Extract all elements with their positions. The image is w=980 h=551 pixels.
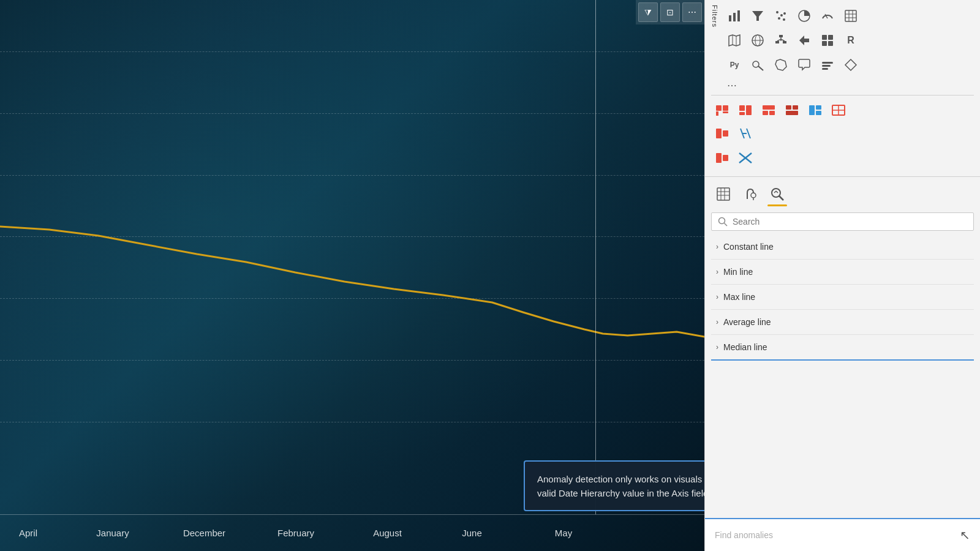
qa-icon[interactable] (793, 54, 815, 76)
tab-format[interactable] (738, 182, 763, 206)
search-box[interactable] (711, 212, 974, 231)
svg-rect-42 (723, 111, 728, 113)
colored-icon-10[interactable] (734, 147, 756, 169)
icon-row-1 (723, 5, 974, 27)
svg-rect-31 (822, 41, 827, 46)
map-icon[interactable] (723, 29, 745, 51)
smart-narrative-icon[interactable] (816, 54, 839, 76)
colored-icon-4[interactable] (781, 99, 803, 121)
colored-icon-5[interactable] (804, 99, 826, 121)
svg-rect-30 (828, 35, 833, 40)
focus-toolbar-btn[interactable]: ⊡ (660, 2, 680, 22)
filter-toolbar-btn[interactable]: ⧩ (638, 2, 658, 22)
diamond-icon[interactable] (840, 54, 862, 76)
svg-rect-47 (763, 111, 768, 115)
svg-rect-51 (786, 111, 798, 115)
search-input[interactable] (733, 217, 967, 227)
average-line-label: Average line (723, 317, 771, 327)
colored-icon-7[interactable] (711, 122, 733, 144)
chevron-constant-icon: › (716, 242, 718, 251)
colored-icon-3[interactable] (758, 99, 780, 121)
find-anomalies-button[interactable]: Find anomalies ↖ (705, 519, 980, 551)
search-icon (718, 217, 728, 227)
colored-icon-8[interactable] (734, 122, 756, 144)
chart-area: ⧩ ⊡ ⋯ April January December February Au… (0, 0, 704, 551)
colored-icons-grid (711, 98, 974, 146)
x-label-august: August (373, 528, 402, 538)
average-line-item[interactable]: › Average line (711, 310, 974, 335)
find-anomalies-label: Find anomalies (715, 530, 773, 540)
max-line-label: Max line (723, 292, 755, 302)
chart-grid (0, 0, 704, 514)
svg-rect-29 (822, 35, 827, 40)
svg-point-8 (783, 18, 785, 21)
svg-rect-52 (809, 105, 815, 115)
cursor-icon: ↖ (960, 528, 970, 542)
more-icons-indicator: ⋯ (723, 78, 974, 92)
hierarchy-icon[interactable] (770, 29, 792, 51)
chart-toolbar: ⧩ ⊡ ⋯ (636, 0, 704, 24)
tab-table[interactable] (711, 182, 736, 206)
svg-rect-64 (723, 155, 728, 161)
x-axis: April January December February August J… (0, 514, 704, 551)
median-line-item[interactable]: › Median line (711, 335, 974, 361)
globe-icon[interactable] (747, 29, 769, 51)
svg-line-77 (776, 191, 778, 193)
anomaly-tooltip: Anomaly detection only works on visuals … (524, 460, 704, 511)
svg-point-6 (778, 17, 780, 20)
bar-chart-icon[interactable] (723, 5, 745, 27)
svg-point-74 (772, 189, 780, 197)
svg-line-26 (777, 39, 781, 41)
line-chart-svg (0, 0, 704, 514)
scatter-icon[interactable] (770, 5, 792, 27)
colored-icon-9[interactable] (711, 147, 733, 169)
chevron-avg-icon: › (716, 318, 718, 326)
shape-map-icon[interactable] (770, 54, 792, 76)
colored-icon-1[interactable] (711, 99, 733, 121)
x-label-may: May (555, 528, 572, 538)
colored-icon-6[interactable] (827, 99, 850, 121)
filter-panel-icon[interactable] (747, 5, 769, 27)
constant-line-item[interactable]: › Constant line (711, 234, 974, 260)
svg-line-27 (781, 39, 785, 41)
tab-analytics[interactable] (765, 182, 790, 206)
svg-line-75 (779, 196, 783, 200)
min-line-item[interactable]: › Min line (711, 260, 974, 285)
svg-marker-28 (799, 36, 809, 45)
svg-rect-59 (723, 130, 728, 137)
median-line-label: Median line (723, 342, 767, 352)
svg-rect-44 (746, 105, 752, 115)
svg-rect-58 (716, 129, 722, 138)
svg-rect-37 (822, 68, 828, 70)
svg-point-33 (753, 61, 759, 67)
max-line-item[interactable]: › Max line (711, 285, 974, 310)
key-influence-icon[interactable] (747, 54, 769, 76)
more-toolbar-btn[interactable]: ⋯ (682, 2, 702, 22)
r-script-icon[interactable]: R (840, 29, 862, 51)
svg-rect-32 (828, 41, 833, 46)
arrow-icon[interactable] (793, 29, 815, 51)
right-panel: Filters (704, 0, 980, 551)
svg-line-62 (747, 129, 750, 138)
svg-rect-35 (822, 62, 833, 64)
x-label-april: April (19, 528, 37, 538)
svg-point-4 (776, 11, 778, 13)
chevron-min-icon: › (716, 268, 718, 276)
svg-point-72 (751, 193, 756, 198)
table-icon[interactable] (840, 5, 862, 27)
svg-rect-36 (822, 65, 831, 67)
svg-rect-43 (739, 105, 745, 111)
gauge-icon[interactable] (816, 5, 839, 27)
divider-2 (705, 176, 980, 177)
svg-rect-48 (769, 111, 775, 115)
svg-line-34 (758, 66, 763, 70)
svg-marker-16 (729, 35, 740, 46)
min-line-label: Min line (723, 267, 753, 277)
pie-icon[interactable] (793, 5, 815, 27)
icon-row-3: Py (723, 54, 974, 76)
svg-rect-46 (763, 105, 775, 110)
python-icon[interactable]: Py (723, 54, 745, 76)
colored-icon-2[interactable] (734, 99, 756, 121)
grid2-icon[interactable] (816, 29, 839, 51)
svg-point-5 (780, 14, 783, 17)
